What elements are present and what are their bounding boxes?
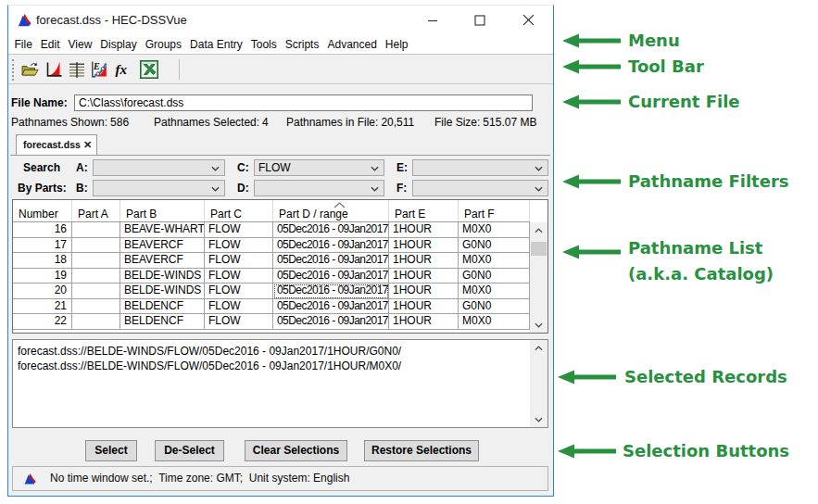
- column-header-part-f[interactable]: Part F: [459, 200, 530, 221]
- cell[interactable]: 1HOUR: [389, 269, 459, 284]
- table-row[interactable]: 17 BEAVERCF FLOW 05Dec2016 - 09Jan2017 1…: [13, 238, 530, 254]
- part-b-combo[interactable]: [93, 180, 225, 196]
- cell[interactable]: BELDENCF: [120, 299, 205, 315]
- table-row[interactable]: 18 BEAVERCF FLOW 05Dec2016 - 09Jan2017 1…: [13, 253, 530, 269]
- maximize-button[interactable]: [459, 6, 500, 34]
- cell[interactable]: 16: [13, 222, 72, 238]
- menu-display[interactable]: Display: [96, 35, 141, 54]
- menu-help[interactable]: Help: [381, 35, 412, 54]
- open-file-icon[interactable]: [20, 60, 39, 79]
- edit-plot-icon[interactable]: E: [91, 60, 109, 79]
- cell[interactable]: M0X0: [459, 222, 530, 238]
- part-e-combo[interactable]: [412, 159, 548, 176]
- part-d-combo[interactable]: [254, 180, 384, 196]
- column-header-part-c[interactable]: Part C: [205, 200, 273, 221]
- table-row[interactable]: 19 BELDE-WINDS FLOW 05Dec2016 - 09Jan201…: [13, 269, 530, 284]
- cell[interactable]: 05Dec2016 - 09Jan2017: [273, 299, 389, 315]
- cell[interactable]: BEAVERCF: [120, 238, 205, 254]
- cell[interactable]: FLOW: [205, 222, 273, 238]
- tab-close-icon[interactable]: ✕: [83, 135, 92, 155]
- de-select-button[interactable]: De-Select: [155, 440, 224, 461]
- excel-export-icon[interactable]: [140, 60, 158, 79]
- cell[interactable]: [72, 269, 120, 284]
- scroll-down-button[interactable]: [530, 411, 547, 427]
- cell[interactable]: 05Dec2016 - 09Jan2017: [273, 284, 389, 299]
- table-row[interactable]: 22 BELDENCF FLOW 05Dec2016 - 09Jan2017 1…: [13, 314, 530, 330]
- cell[interactable]: [72, 284, 120, 299]
- cell[interactable]: [72, 299, 120, 315]
- cell[interactable]: [72, 238, 120, 254]
- cell[interactable]: G0N0: [459, 269, 530, 284]
- minimize-button[interactable]: [411, 6, 453, 34]
- plot-icon[interactable]: [44, 60, 63, 79]
- cell[interactable]: BELDE-WINDS: [120, 269, 205, 284]
- cell[interactable]: [72, 222, 120, 238]
- cell[interactable]: 1HOUR: [389, 222, 459, 238]
- cell[interactable]: FLOW: [205, 299, 273, 315]
- file-name-input[interactable]: C:\Class\forecast.dss: [74, 94, 533, 111]
- close-button[interactable]: [508, 6, 549, 34]
- cell[interactable]: FLOW: [205, 253, 273, 269]
- selected-records-panel[interactable]: forecast.dss://BELDE-WINDS/FLOW/05Dec201…: [12, 339, 548, 428]
- cell[interactable]: M0X0: [459, 253, 530, 269]
- menu-tools[interactable]: Tools: [246, 35, 281, 54]
- cell[interactable]: FLOW: [205, 284, 273, 299]
- math-functions-icon[interactable]: fx: [115, 60, 133, 79]
- cell[interactable]: 19: [13, 269, 72, 284]
- clear-selections-button[interactable]: Clear Selections: [245, 440, 347, 461]
- table-row[interactable]: 20 BELDE-WINDS FLOW 05Dec2016 - 09Jan201…: [13, 284, 530, 299]
- cell[interactable]: BEAVERCF: [120, 253, 205, 269]
- restore-selections-button[interactable]: Restore Selections: [364, 440, 479, 461]
- part-f-combo[interactable]: [412, 180, 548, 196]
- cell[interactable]: 18: [13, 253, 72, 269]
- tab-forecast-dss[interactable]: forecast.dss ✕: [16, 134, 97, 155]
- cell[interactable]: FLOW: [205, 269, 273, 284]
- cell[interactable]: 05Dec2016 - 09Jan2017: [273, 314, 389, 330]
- select-button[interactable]: Select: [85, 440, 137, 461]
- table-row[interactable]: 16 BEAVE-WHART FLOW 05Dec2016 - 09Jan201…: [13, 222, 530, 238]
- menu-advanced[interactable]: Advanced: [323, 35, 381, 54]
- cell[interactable]: 1HOUR: [389, 314, 459, 330]
- cell[interactable]: 22: [13, 314, 72, 330]
- cell[interactable]: G0N0: [459, 299, 530, 315]
- cell[interactable]: 1HOUR: [389, 299, 459, 315]
- part-c-combo[interactable]: FLOW: [254, 159, 384, 176]
- menu-groups[interactable]: Groups: [141, 35, 185, 54]
- scroll-down-button[interactable]: [530, 317, 547, 333]
- cell[interactable]: 05Dec2016 - 09Jan2017: [273, 253, 389, 269]
- cell[interactable]: 1HOUR: [389, 238, 459, 254]
- cell[interactable]: [72, 314, 120, 330]
- menu-file[interactable]: File: [10, 35, 36, 54]
- part-a-combo[interactable]: [93, 159, 225, 176]
- cell[interactable]: 20: [13, 284, 72, 299]
- cell[interactable]: M0X0: [459, 314, 530, 330]
- tabulate-icon[interactable]: [68, 60, 86, 79]
- menu-data-entry[interactable]: Data Entry: [186, 35, 247, 54]
- column-header-part-d[interactable]: Part D / range: [273, 200, 389, 221]
- column-header-part-e[interactable]: Part E: [389, 200, 459, 221]
- cell[interactable]: G0N0: [459, 238, 530, 254]
- cell[interactable]: BELDENCF: [120, 314, 205, 330]
- table-row[interactable]: 21 BELDENCF FLOW 05Dec2016 - 09Jan2017 1…: [13, 299, 530, 315]
- records-vertical-scrollbar[interactable]: [530, 340, 547, 427]
- scroll-thumb[interactable]: [531, 242, 547, 256]
- cell[interactable]: M0X0: [459, 284, 530, 299]
- menu-view[interactable]: View: [64, 35, 96, 54]
- column-header-number[interactable]: Number: [13, 200, 72, 221]
- cell[interactable]: 1HOUR: [389, 284, 459, 299]
- column-header-part-a[interactable]: Part A: [72, 200, 120, 221]
- cell[interactable]: 1HOUR: [389, 253, 459, 269]
- menu-edit[interactable]: Edit: [36, 35, 64, 54]
- cell[interactable]: 17: [13, 238, 72, 254]
- cell[interactable]: 05Dec2016 - 09Jan2017: [273, 222, 389, 238]
- cell[interactable]: 05Dec2016 - 09Jan2017: [273, 269, 389, 284]
- scroll-up-button[interactable]: [530, 222, 547, 238]
- cell[interactable]: FLOW: [205, 314, 273, 330]
- cell[interactable]: 21: [13, 299, 72, 315]
- cell[interactable]: 05Dec2016 - 09Jan2017: [273, 238, 389, 254]
- table-vertical-scrollbar[interactable]: [530, 222, 547, 333]
- cell[interactable]: [72, 253, 120, 269]
- menu-scripts[interactable]: Scripts: [281, 35, 323, 54]
- scroll-up-button[interactable]: [530, 340, 547, 356]
- column-header-part-b[interactable]: Part B: [120, 200, 205, 221]
